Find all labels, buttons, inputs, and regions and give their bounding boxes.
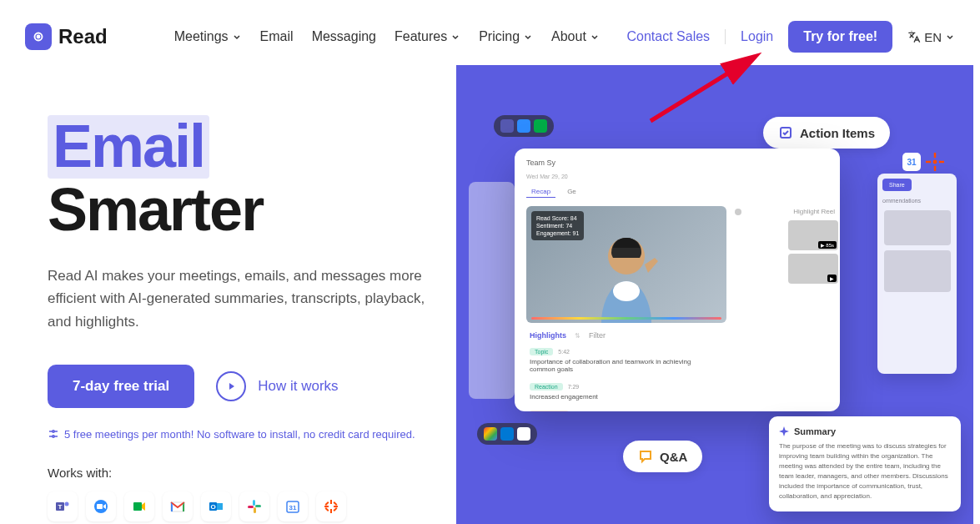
brand-name: Read [58, 25, 108, 48]
sparkle-icon [779, 426, 789, 436]
meeting-apps-pill [494, 115, 554, 137]
summary-card: Summary The purpose of the meeting was t… [769, 416, 961, 511]
gmail-icon [163, 491, 193, 521]
share-button-mock: Share [882, 179, 912, 191]
svg-rect-20 [330, 500, 332, 504]
svg-rect-24 [325, 501, 329, 506]
nav-email[interactable]: Email [260, 29, 294, 44]
right-panel-mockup: Share ommendations [877, 174, 957, 374]
svg-rect-13 [217, 503, 223, 510]
hero-left: Email Smarter Read AI makes your meeting… [48, 73, 456, 521]
headline-highlight: Email [48, 115, 209, 179]
mock-tab-recap: Recap [526, 186, 555, 198]
checklist-icon [778, 125, 793, 140]
svg-rect-32 [939, 161, 944, 163]
svg-rect-21 [330, 509, 332, 513]
svg-rect-23 [334, 506, 338, 507]
main-content: Email Smarter Read AI makes your meeting… [0, 73, 980, 521]
play-icon [216, 371, 246, 401]
free-trial-button[interactable]: 7-day free trial [48, 365, 194, 408]
summary-title: Summary [779, 426, 951, 436]
chevron-down-icon [450, 32, 460, 42]
svg-point-28 [933, 160, 937, 164]
login-link[interactable]: Login [741, 29, 773, 44]
zoom-icon [86, 491, 116, 521]
logo-icon [25, 23, 52, 50]
teams-icon: T [48, 491, 78, 521]
thumb-1 [884, 210, 951, 245]
svg-rect-25 [334, 507, 338, 511]
mock-title: Team Sy [521, 155, 833, 170]
nav-features[interactable]: Features [395, 29, 460, 44]
svg-rect-26 [325, 507, 329, 511]
svg-rect-8 [97, 504, 103, 509]
teams-mini-icon [500, 119, 514, 133]
svg-rect-29 [934, 153, 936, 158]
messaging-apps-pill [477, 423, 537, 445]
outlook-icon: O [201, 491, 231, 521]
svg-rect-22 [324, 506, 329, 507]
svg-rect-27 [334, 501, 338, 506]
integration-icons: T O 31 [48, 491, 456, 521]
svg-point-35 [613, 281, 640, 301]
nav-pricing[interactable]: Pricing [479, 29, 533, 44]
slack-icon [239, 491, 269, 521]
svg-point-3 [53, 436, 54, 437]
hero-illustration: 31 Action Items Team Sy Wed Mar 29, 20 R… [456, 65, 973, 524]
video-preview: Read Score: 84 Sentiment: 74 Engagement:… [526, 206, 726, 323]
chevron-down-icon [945, 32, 955, 42]
meet-icon [124, 491, 154, 521]
sliders-icon [48, 428, 59, 440]
nav-about[interactable]: About [551, 29, 600, 44]
topic-3: Action Item9:01 [521, 406, 833, 411]
try-free-button[interactable]: Try for free! [788, 21, 892, 53]
zapier-icon [316, 491, 346, 521]
brand-logo[interactable]: Read [25, 23, 108, 50]
nav-messaging[interactable]: Messaging [312, 29, 376, 44]
svg-text:O: O [210, 503, 215, 511]
language-selector[interactable]: EN [907, 30, 955, 44]
nav-right: Contact Sales Login Try for free! EN [626, 21, 955, 53]
video-thumb-2: ▶ [788, 254, 838, 284]
cta-row: 7-day free trial How it works [48, 365, 456, 408]
hero-right: 31 Action Items Team Sy Wed Mar 29, 20 R… [456, 73, 955, 521]
svg-rect-9 [133, 502, 142, 511]
highlights-row: Highlights ⇅ Filter [521, 328, 833, 343]
trial-note: 5 free meetings per month! No software t… [48, 428, 456, 441]
calendar-side-icon: 31 [902, 153, 921, 171]
topic-2: Reaction7:29 Increased engagement [521, 378, 833, 406]
svg-point-2 [53, 431, 54, 432]
svg-text:T: T [58, 503, 63, 511]
zapier-side-icon [926, 153, 944, 171]
top-nav: Read Meetings Email Messaging Features P… [0, 0, 980, 73]
qa-badge: Q&A [623, 441, 702, 472]
subtitle: Read AI makes your meetings, emails, and… [48, 265, 440, 333]
contact-sales-link[interactable]: Contact Sales [626, 29, 710, 44]
action-items-badge: Action Items [763, 117, 890, 149]
topic-1: Topic5:42 Importance of collaboration an… [521, 343, 833, 378]
headline: Email Smarter [48, 115, 456, 241]
chevron-down-icon [232, 32, 242, 42]
video-thumb-1: ▶ 85s [788, 220, 838, 250]
side-app-icons: 31 [902, 153, 944, 171]
svg-rect-15 [255, 505, 261, 507]
status-dot [735, 209, 741, 215]
person-illustration [576, 223, 676, 323]
nav-links: Meetings Email Messaging Features Pricin… [174, 29, 600, 44]
nav-meetings[interactable]: Meetings [174, 29, 242, 44]
slack-mini-icon [517, 427, 530, 441]
svg-rect-30 [934, 166, 936, 171]
headline-rest: Smarter [48, 176, 263, 243]
sidebar-mockup [469, 182, 515, 399]
video-timeline [531, 317, 721, 320]
calendar-icon: 31 [278, 491, 308, 521]
how-it-works-link[interactable]: How it works [216, 371, 338, 401]
divider [725, 29, 726, 44]
thumb-2 [884, 250, 951, 292]
zoom-mini-icon [517, 119, 530, 133]
meet-mini-icon [534, 119, 547, 133]
filter-label: Filter [589, 331, 606, 340]
svg-rect-31 [926, 161, 931, 163]
translate-icon [907, 30, 921, 43]
chevron-down-icon [523, 32, 533, 42]
